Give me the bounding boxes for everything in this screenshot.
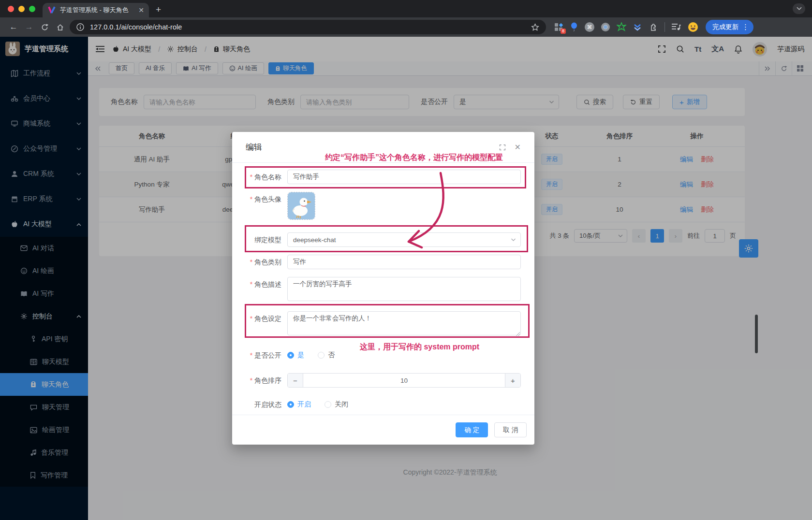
field-label: 角色头像: [241, 192, 287, 206]
increment-button[interactable]: +: [505, 374, 520, 387]
model-select-value: deepseek-chat: [293, 236, 336, 244]
dialog-header: 编辑 ✕: [232, 132, 534, 163]
field-public: 是否公开 是 否: [241, 348, 521, 362]
extension-blocks-icon[interactable]: 8: [554, 22, 563, 32]
radio-dot: [287, 401, 294, 408]
window-controls: [8, 6, 35, 12]
extension-balloon-icon[interactable]: [570, 22, 578, 32]
field-role-name: 角色名称: [241, 170, 521, 184]
tab-search-button[interactable]: [793, 3, 805, 14]
field-role-avatar: 角色头像: [241, 192, 521, 220]
dialog-body: 角色名称 角色头像: [232, 163, 534, 412]
app-page: 芋道管理系统 工作流程 会员中心 商城系统 公众号管理 CRM 系统: [0, 37, 812, 520]
cancel-button[interactable]: 取 消: [494, 422, 527, 437]
radio-dot: [287, 352, 294, 359]
field-description: 角色描述 一个厉害的写手高手: [241, 277, 521, 303]
field-sort: 角色排序 − 10 +: [241, 373, 521, 388]
radio-label: 是: [297, 351, 304, 360]
field-label: 角色描述: [241, 277, 287, 291]
radio-label: 开启: [297, 400, 311, 409]
browser-update-button[interactable]: 完成更新 ⋮: [706, 20, 753, 34]
extension-command-icon[interactable]: ⌘: [585, 22, 594, 32]
site-favicon: [47, 6, 56, 14]
field-model: 绑定模型 deepseek-chat: [241, 232, 521, 247]
profile-emoji-icon[interactable]: [687, 21, 699, 33]
role-avatar-upload[interactable]: [287, 192, 315, 220]
extension-star-icon[interactable]: [617, 22, 626, 32]
browser-tabstrip: 芋道管理系统 - 聊天角色 ✕ +: [0, 0, 812, 17]
status-on-radio[interactable]: 开启: [287, 400, 311, 409]
field-label: 是否公开: [241, 348, 287, 362]
bookmark-star-icon[interactable]: [531, 23, 539, 31]
window-minimize-button[interactable]: [18, 6, 25, 12]
back-icon[interactable]: ←: [6, 22, 21, 32]
field-label: 角色名称: [241, 170, 287, 184]
browser-tab-title: 芋道管理系统 - 聊天角色: [60, 6, 134, 14]
sort-value[interactable]: 10: [303, 374, 505, 387]
category-field[interactable]: [287, 255, 521, 269]
field-label: 角色类别: [241, 255, 287, 269]
dialog-close-icon[interactable]: ✕: [515, 143, 521, 152]
role-name-field[interactable]: [287, 170, 521, 184]
decrement-button[interactable]: −: [288, 374, 303, 387]
dialog-footer: 确 定 取 消: [232, 415, 534, 445]
field-label: 角色设定: [241, 311, 287, 326]
model-select[interactable]: deepseek-chat: [287, 232, 521, 247]
toolbar-divider: [664, 22, 665, 32]
description-field[interactable]: 一个厉害的写手高手: [287, 277, 521, 301]
confirm-button[interactable]: 确 定: [456, 422, 488, 437]
url-text: 127.0.0.1/ai/console/chat-role: [90, 23, 525, 31]
window-close-button[interactable]: [8, 6, 14, 12]
field-label: 开启状态: [241, 397, 287, 412]
tab-close-icon[interactable]: ✕: [138, 6, 144, 14]
browser-toolbar: ← → 127.0.0.1/ai/console/chat-role 8: [0, 17, 812, 37]
extension-dot-icon[interactable]: [601, 22, 610, 32]
field-category: 角色类别: [241, 255, 521, 269]
duck-avatar-image: [288, 192, 315, 219]
public-no-radio[interactable]: 否: [318, 351, 335, 360]
browser-tab[interactable]: 芋道管理系统 - 聊天角色 ✕: [43, 3, 149, 17]
home-icon[interactable]: [52, 23, 68, 31]
reload-icon[interactable]: [37, 23, 52, 31]
browser-menu-dots-icon[interactable]: ⋮: [742, 23, 749, 31]
extension-badge: 8: [561, 29, 566, 34]
textarea-resize-handle[interactable]: [516, 332, 520, 336]
radio-dot: [318, 352, 325, 359]
radio-label: 否: [328, 351, 335, 360]
chevron-down-icon: [511, 238, 516, 242]
field-label: 角色排序: [241, 373, 287, 388]
dialog-tools: ✕: [499, 143, 521, 152]
extension-chevrons-icon[interactable]: [633, 22, 642, 32]
edit-role-dialog: 编辑 ✕ 角色名称 角色头像: [232, 132, 534, 445]
field-setting: 角色设定 你是一个非常会写作的人！: [241, 311, 521, 337]
media-controls-icon[interactable]: [671, 23, 681, 31]
field-label: 绑定模型: [241, 232, 287, 247]
sort-stepper: − 10 +: [287, 373, 521, 388]
field-status: 开启状态 开启 关闭: [241, 397, 521, 412]
window-zoom-button[interactable]: [29, 6, 35, 12]
radio-label: 关闭: [335, 400, 348, 409]
extensions-row: 8 ⌘: [554, 21, 699, 33]
status-off-radio[interactable]: 关闭: [325, 400, 348, 409]
setting-field[interactable]: 你是一个非常会写作的人！: [287, 311, 521, 335]
url-bar[interactable]: 127.0.0.1/ai/console/chat-role: [70, 20, 546, 34]
new-tab-button[interactable]: +: [156, 4, 161, 15]
public-yes-radio[interactable]: 是: [287, 351, 304, 360]
extensions-puzzle-icon[interactable]: [649, 22, 658, 32]
dialog-fullscreen-icon[interactable]: [499, 144, 506, 151]
forward-icon[interactable]: →: [21, 22, 37, 32]
browser-chrome: 芋道管理系统 - 聊天角色 ✕ + ← → 127.0.0.1/ai/conso…: [0, 0, 812, 37]
site-info-icon[interactable]: [76, 23, 84, 31]
update-label: 完成更新: [712, 23, 738, 31]
radio-dot: [325, 401, 331, 408]
dialog-title: 编辑: [246, 142, 262, 153]
